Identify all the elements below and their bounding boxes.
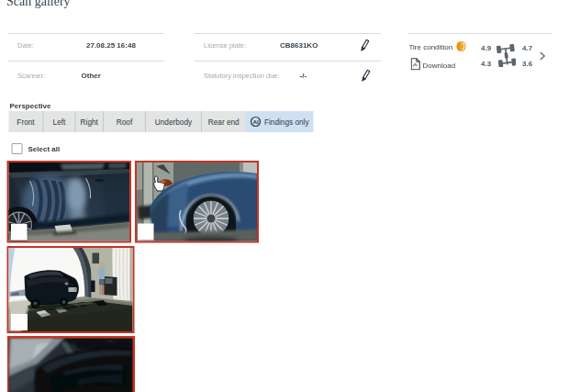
svg-text:AI: AI xyxy=(252,118,259,125)
